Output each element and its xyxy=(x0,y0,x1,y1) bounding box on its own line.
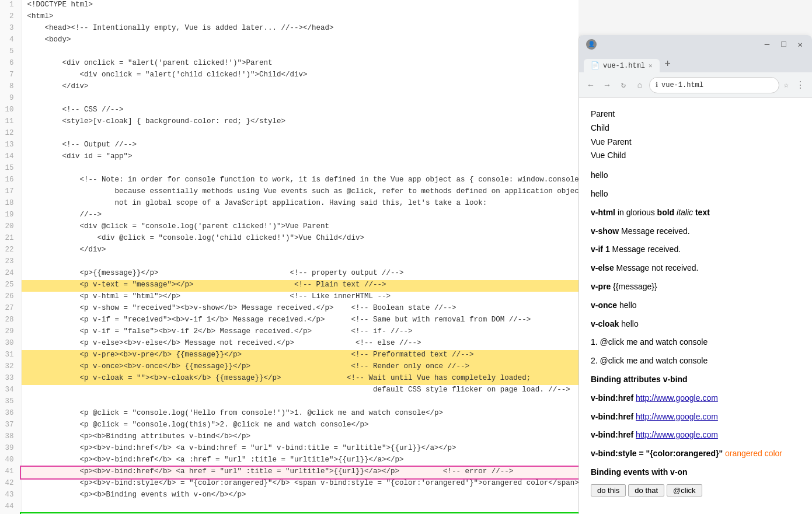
content-events-title: Binding events with v-on xyxy=(591,466,800,480)
tab-close-button[interactable]: ✕ xyxy=(649,62,653,69)
line-number: 20 xyxy=(0,222,21,233)
line-number: 40 xyxy=(0,455,21,467)
titlebar-left: 👤 xyxy=(586,39,597,50)
line-code: not in global scope of a JavaScript appl… xyxy=(21,198,578,210)
line-code: <div id = "app"> xyxy=(21,152,578,163)
line-code: <!DOCTYPE html> xyxy=(21,0,578,12)
line-number: 26 xyxy=(0,292,21,303)
home-button[interactable]: ⌂ xyxy=(633,78,647,92)
content-vbind2: v-bind:href http://www.google.com xyxy=(591,410,800,424)
at-click-button[interactable]: @click xyxy=(667,484,702,496)
content-vue-child: Vue Child xyxy=(591,149,800,163)
line-code: <p><b>Binding attributes v-bind</b></p> xyxy=(21,432,578,443)
bookmark-button[interactable]: ☆ xyxy=(782,79,791,91)
line-code: <!-- Note: in order for console function… xyxy=(21,175,578,187)
line-code: <div onclick = "alert('child clicked!')"… xyxy=(21,70,578,82)
content-click2: 2. @click me and watch console xyxy=(591,354,800,368)
content-vcloak: v-cloak hello xyxy=(591,317,800,331)
reload-button[interactable]: ↻ xyxy=(616,78,630,92)
line-code: <p @click = "console.log(this)">2. @clic… xyxy=(21,420,578,432)
line-number: 35 xyxy=(0,397,21,408)
line-code: <p><b>v-bind:style</b> = "{color:oranger… xyxy=(21,478,578,490)
line-number: 29 xyxy=(0,327,21,338)
content-child: Child xyxy=(591,121,800,135)
line-number: 11 xyxy=(0,117,21,128)
line-number: 43 xyxy=(0,490,21,502)
line-number: 7 xyxy=(0,70,21,82)
content-click1: 1. @click me and watch console xyxy=(591,335,800,349)
line-number: 28 xyxy=(0,315,21,327)
line-code: <p>{{message}}</p> <!-- property output … xyxy=(21,268,578,280)
line-code: <head><!-- Intentionally empty, Vue is a… xyxy=(21,23,578,35)
line-number: 9 xyxy=(0,93,21,105)
content-vonce: v-once hello xyxy=(591,299,800,313)
line-code xyxy=(21,397,578,408)
forward-button[interactable]: → xyxy=(600,78,614,92)
line-code: because essentially methods using Vue ev… xyxy=(21,187,578,198)
line-code: <div @click = "console.log('child clicke… xyxy=(21,233,578,245)
line-number: 13 xyxy=(0,140,21,152)
line-number: 32 xyxy=(0,362,21,373)
link-google-1[interactable]: http://www.google.com xyxy=(636,393,718,403)
buttons-row: do this do that @click xyxy=(591,484,800,496)
content-vbind1: v-bind:href http://www.google.com xyxy=(591,391,800,405)
browser-toolbar: ← → ↻ ⌂ ℹ vue-1.html ☆ ⋮ xyxy=(579,72,812,98)
line-number: 34 xyxy=(0,385,21,397)
line-number: 2 xyxy=(0,12,21,23)
line-number: 42 xyxy=(0,478,21,490)
menu-button[interactable]: ⋮ xyxy=(793,78,807,92)
line-code: <p v-if = "received"><b>v-if 1</b> Messa… xyxy=(21,315,578,327)
line-code xyxy=(21,163,578,175)
back-button[interactable]: ← xyxy=(584,78,598,92)
line-number: 23 xyxy=(0,257,21,268)
line-number: 21 xyxy=(0,233,21,245)
do-this-button[interactable]: do this xyxy=(591,484,626,496)
line-number: 25 xyxy=(0,280,21,292)
line-code: <div onclick = "alert('parent clicked!')… xyxy=(21,58,578,70)
line-number: 36 xyxy=(0,408,21,420)
titlebar-controls[interactable]: — □ ✕ xyxy=(762,39,805,51)
line-code xyxy=(21,502,578,513)
line-code: </div> xyxy=(21,82,578,93)
content-vif1: v-if 1 Message received. xyxy=(591,243,800,257)
line-number: 31 xyxy=(0,350,21,362)
new-tab-button[interactable]: + xyxy=(660,56,676,72)
line-code: <p v-if = "false"><b>v-if 2</b> Message … xyxy=(21,327,578,338)
content-vhtml: v-html in glorious bold italic text xyxy=(591,206,800,220)
content-hello2: hello xyxy=(591,187,800,201)
minimize-button[interactable]: — xyxy=(762,39,772,50)
content-vbind-style: v-bind:style = "{color:orangered}" orang… xyxy=(591,447,800,461)
line-code: <!-- Output //--> xyxy=(21,140,578,152)
line-code: <p @click = "console.log('Hello from con… xyxy=(21,408,578,420)
do-that-button[interactable]: do that xyxy=(628,484,664,496)
line-number: 14 xyxy=(0,152,21,163)
line-code xyxy=(21,93,578,105)
line-code: <body> xyxy=(21,35,578,47)
browser-tab[interactable]: 📄 vue-1.html ✕ xyxy=(584,59,660,72)
line-number: 4 xyxy=(0,35,21,47)
tab-title: vue-1.html xyxy=(603,62,645,70)
link-google-3[interactable]: http://www.google.com xyxy=(636,430,718,439)
line-number: 8 xyxy=(0,82,21,93)
maximize-button[interactable]: □ xyxy=(779,39,788,50)
line-number: 16 xyxy=(0,175,21,187)
line-code xyxy=(21,257,578,268)
browser-content: Parent Child Vue Parent Vue Child hello … xyxy=(579,98,812,514)
code-editor: 1<!DOCTYPE html>2<html>3 <head><!-- Inte… xyxy=(0,0,578,514)
line-code: <p v-show = "received"><b>v-show</b> Mes… xyxy=(21,303,578,315)
content-binding-title: Binding attributes v-bind xyxy=(591,373,800,387)
line-code: <p><b>v-bind:href</b> <a :href = "url" :… xyxy=(21,455,578,467)
line-number: 5 xyxy=(0,47,21,58)
address-bar[interactable]: ℹ vue-1.html xyxy=(649,77,779,93)
line-code: <style>[v-cloak] { background-color: red… xyxy=(21,117,578,128)
link-google-2[interactable]: http://www.google.com xyxy=(636,412,718,421)
line-code: <p v-once><b>v-once</b> {{message}}</p> … xyxy=(21,362,578,373)
line-code: //--> xyxy=(21,210,578,222)
close-button[interactable]: ✕ xyxy=(796,39,805,51)
line-code: <!-- CSS //--> xyxy=(21,105,578,117)
line-number: 38 xyxy=(0,432,21,443)
line-number: 33 xyxy=(0,373,21,385)
content-vbind3: v-bind:href http://www.google.com xyxy=(591,428,800,442)
line-code: <p v-html = "html"></p> <!-- Like innerH… xyxy=(21,292,578,303)
line-code: default CSS style flicker on page load. … xyxy=(21,385,578,397)
